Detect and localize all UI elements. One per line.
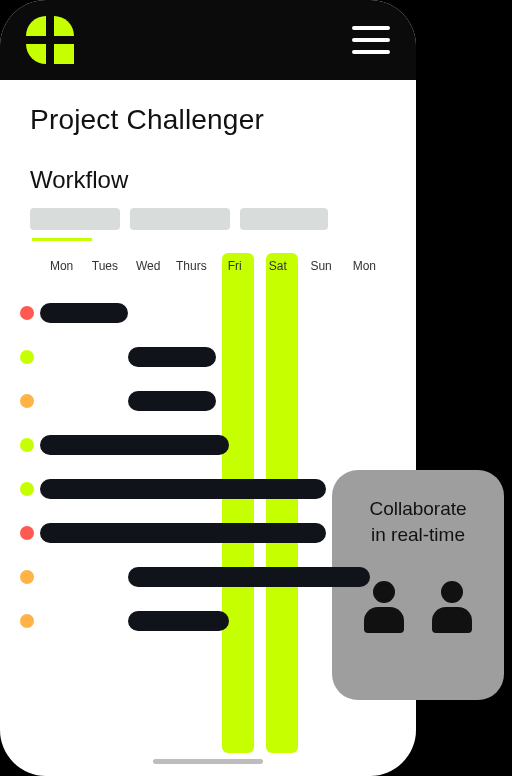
day-header: Sat [256,259,299,273]
tab-2[interactable] [130,208,230,230]
person-icon [364,581,404,633]
hamburger-menu-icon[interactable] [352,26,390,54]
task-row [20,379,386,423]
task-bar[interactable] [40,303,128,323]
task-bar[interactable] [128,391,216,411]
task-row [20,335,386,379]
top-bar [0,0,416,80]
status-dot [20,614,34,628]
home-indicator [153,759,263,764]
task-bar[interactable] [40,435,229,455]
task-row [20,291,386,335]
app-logo-icon[interactable] [26,16,74,64]
task-bar[interactable] [40,523,326,543]
day-header: Fri [213,259,256,273]
status-dot [20,526,34,540]
day-header: Wed [127,259,170,273]
people-icons [350,581,486,633]
tab-1[interactable] [30,208,120,230]
status-dot [20,570,34,584]
status-dot [20,306,34,320]
task-bar[interactable] [128,567,370,587]
day-header: Tues [83,259,126,273]
status-dot [20,350,34,364]
task-bar[interactable] [40,479,326,499]
day-header: Mon [343,259,386,273]
collab-text-line2: in real-time [350,522,486,548]
day-header: Sun [300,259,343,273]
day-header: Thurs [170,259,213,273]
day-header: Mon [40,259,83,273]
task-row [20,423,386,467]
task-bar[interactable] [128,611,229,631]
gantt-chart: MonTuesWedThursFriSatSunMon [20,259,386,643]
status-dot [20,394,34,408]
status-dot [20,438,34,452]
page-title: Project Challenger [30,104,386,136]
active-tab-indicator [32,238,92,241]
section-title: Workflow [30,166,386,194]
collab-text-line1: Collaborate [350,496,486,522]
task-bar[interactable] [128,347,216,367]
tab-3[interactable] [240,208,328,230]
person-icon [432,581,472,633]
tabs [30,208,386,230]
day-header-row: MonTuesWedThursFriSatSunMon [40,259,386,273]
status-dot [20,482,34,496]
